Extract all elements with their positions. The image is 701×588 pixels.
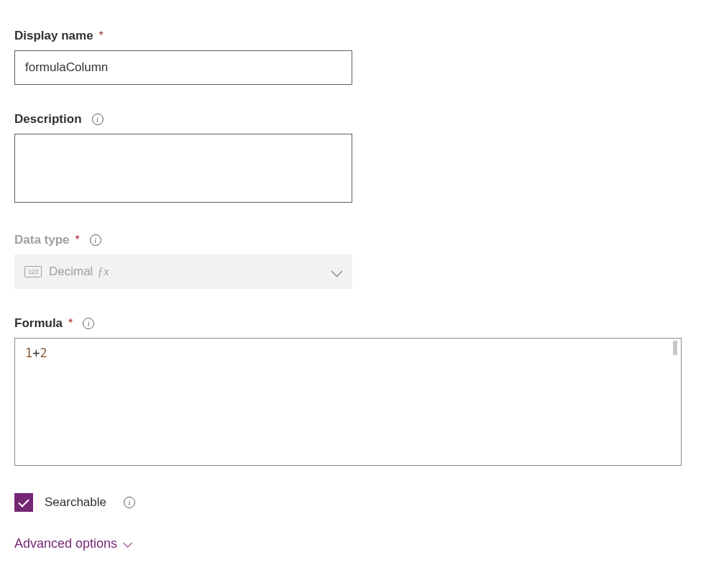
description-label: Description: [14, 112, 82, 127]
info-icon[interactable]: i: [90, 234, 101, 246]
data-type-select[interactable]: 123 Decimal ƒx: [14, 254, 352, 289]
data-type-field: Data type * i 123 Decimal ƒx: [14, 233, 687, 289]
chevron-down-icon: [332, 269, 342, 275]
formula-input[interactable]: 1+2: [14, 338, 682, 466]
formula-operator: +: [32, 346, 40, 360]
required-indicator: *: [99, 29, 104, 42]
description-input[interactable]: [14, 134, 352, 203]
data-type-label: Data type: [14, 233, 70, 247]
display-name-label: Display name: [14, 29, 93, 43]
formula-content: 1+2: [25, 346, 47, 360]
formula-number: 1: [25, 346, 32, 360]
required-indicator: *: [68, 317, 73, 330]
description-field: Description i: [14, 112, 687, 206]
searchable-label: Searchable: [45, 495, 106, 510]
info-icon[interactable]: i: [92, 114, 104, 125]
data-type-value: Decimal ƒx: [49, 265, 332, 279]
info-icon[interactable]: i: [124, 497, 135, 508]
info-icon[interactable]: i: [83, 318, 94, 329]
formula-label: Formula: [14, 316, 63, 331]
searchable-checkbox[interactable]: [14, 493, 33, 512]
advanced-options-toggle[interactable]: Advanced options: [14, 536, 687, 551]
number-type-icon: 123: [24, 266, 42, 277]
fx-icon: ƒx: [97, 265, 109, 279]
formula-number: 2: [40, 346, 47, 360]
data-type-label-row: Data type * i: [14, 233, 687, 247]
data-type-text: Decimal: [49, 265, 93, 279]
display-name-field: Display name *: [14, 29, 687, 85]
formula-field: Formula * i 1+2: [14, 316, 687, 466]
searchable-row: Searchable i: [14, 493, 687, 512]
checkmark-icon: [18, 496, 29, 507]
chevron-down-icon: [124, 541, 132, 546]
required-indicator: *: [75, 234, 80, 247]
display-name-label-row: Display name *: [14, 29, 687, 43]
advanced-options-label: Advanced options: [14, 536, 117, 551]
formula-label-row: Formula * i: [14, 316, 687, 331]
scrollbar-thumb[interactable]: [673, 341, 677, 355]
display-name-input[interactable]: [14, 50, 352, 85]
description-label-row: Description i: [14, 112, 687, 127]
